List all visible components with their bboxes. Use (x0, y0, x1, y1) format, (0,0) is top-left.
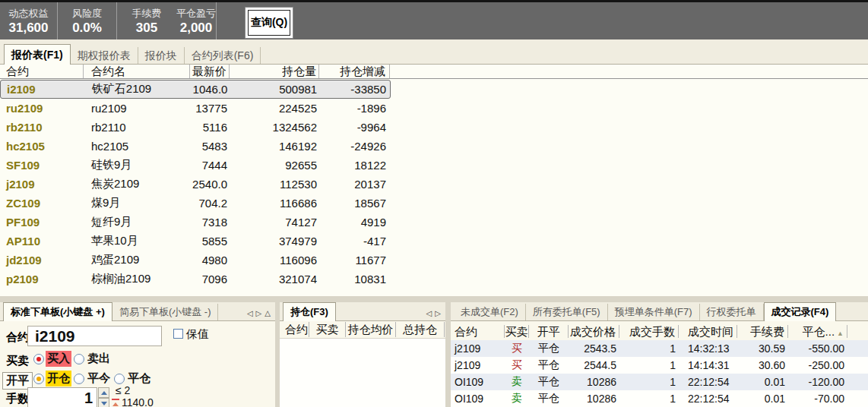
quote-tab[interactable]: 报价表(F1) (4, 44, 71, 65)
col-fee[interactable]: 手续费 (737, 325, 788, 338)
quote-cell-price: 5116 (190, 121, 230, 134)
trade-cell-qty: 1 (619, 376, 679, 388)
col-last-price[interactable]: 最新价 (190, 65, 230, 78)
trade-row[interactable]: j2109 买 平仓 2544.5 1 14:14:31 30.60 -250.… (451, 357, 868, 374)
col-side[interactable]: 买卖 (505, 325, 529, 338)
quote-cell-code: hc2105 (0, 140, 84, 153)
col-side[interactable]: 买卖 (309, 322, 346, 337)
quote-tab[interactable]: 报价块 (138, 47, 185, 64)
scroll-left-icon[interactable]: ◁ (426, 309, 432, 317)
scroll-right-icon[interactable]: ▷ (256, 309, 262, 317)
quote-cell-oi: 116096 (230, 254, 319, 267)
col-avg-price[interactable]: 持仓均价 (346, 322, 396, 337)
quote-cell-name: rb2110 (84, 121, 190, 134)
sort-asc-icon[interactable]: ▲ (837, 330, 844, 337)
col-contract[interactable]: 合约 (280, 322, 309, 337)
quote-row[interactable]: rb2110 rb2110 5116 1324562 -9964 (0, 118, 391, 137)
trade-side-cell: 买 (505, 358, 529, 372)
col-close-pnl[interactable]: 平仓...▲ (788, 325, 847, 338)
positions-table-body (280, 339, 445, 407)
account-fields: 动态权益 31,600 风险度 0.0% 手续费 305 平仓盈亏 2,000 (0, 2, 217, 39)
trade-row[interactable]: OI109 卖 平仓 10286 1 22:12:54 0.01 -120.00 (451, 374, 868, 390)
trade-cell-time: 14:32:13 (679, 342, 737, 355)
trade-side-cell: 卖 (505, 375, 529, 389)
quote-tab[interactable]: 期权报价表 (71, 47, 138, 64)
trade-cell-qty: 1 (619, 393, 679, 405)
side-option-label: 买入 (46, 351, 71, 367)
quote-cell-price: 4980 (190, 254, 230, 267)
scroll-left-icon[interactable]: ◁ (247, 309, 253, 317)
col-price[interactable]: 成交价格 (569, 325, 619, 338)
collapse-icon[interactable]: △ (265, 309, 271, 317)
offset-option[interactable]: 平今 (74, 371, 112, 386)
offset-option[interactable]: 开仓 (33, 371, 71, 386)
trade-cell-pnl: -550.00 (788, 342, 847, 355)
trade-cell-price: 10286 (569, 393, 619, 405)
quantity-label: 手数 (6, 392, 29, 406)
vertical-splitter-2[interactable] (445, 302, 451, 407)
quantity-input[interactable]: 1 (27, 387, 97, 407)
trade-tab[interactable]: 未成交单(F2) (454, 304, 526, 320)
col-contract-name[interactable]: 合约名 (84, 65, 190, 78)
trade-cell-qty: 1 (619, 359, 679, 371)
trade-row[interactable]: OI109 卖 平仓 10286 1 22:12:54 0.01 -70.00 (451, 390, 868, 407)
trade-side-cell: 卖 (505, 392, 529, 405)
trade-tab[interactable]: 所有委托单(F5) (526, 304, 608, 320)
quote-row[interactable]: j2109 焦炭2109 2540.0 112530 20137 (0, 175, 391, 194)
quote-tab[interactable]: 合约列表(F6) (185, 47, 261, 64)
quote-row[interactable]: PF109 短纤9月 7318 74127 4919 (0, 213, 391, 232)
contract-input[interactable]: i2109 (27, 326, 162, 346)
radio-icon (74, 374, 84, 384)
spin-up-button[interactable] (98, 387, 109, 398)
quote-cell-oi: 1324562 (230, 121, 319, 134)
side-option[interactable]: 卖出 (74, 351, 112, 367)
quantity-max-hint: ≤ 2 (116, 384, 130, 396)
horizontal-splitter[interactable] (0, 296, 868, 302)
trade-tab-label: 未成交单(F2) (461, 306, 518, 317)
quote-row[interactable]: hc2105 hc2105 5483 146192 -24926 (0, 137, 391, 156)
quote-cell-name: ru2109 (84, 102, 190, 115)
quote-row[interactable]: SF109 硅铁9月 7444 92655 18122 (0, 156, 391, 175)
trade-tab-label: 行权委托单 (707, 306, 756, 317)
radio-icon (33, 374, 44, 384)
quote-cell-name: 硅铁9月 (84, 158, 190, 172)
col-time[interactable]: 成交时间 (679, 325, 737, 338)
spin-down-button[interactable] (98, 398, 109, 407)
quote-row[interactable]: ru2109 ru2109 13775 224525 -1896 (0, 99, 391, 118)
tab-positions[interactable]: 持仓(F3) (283, 302, 336, 321)
trade-tab-label: 成交记录(F4) (771, 306, 829, 317)
trade-row[interactable]: j2109 买 平仓 2543.5 1 14:32:13 30.59 -550.… (451, 340, 868, 357)
quote-cell-oi-chg: 4919 (319, 216, 390, 229)
quote-cell-code: SF109 (0, 159, 84, 172)
trade-tab[interactable]: 成交记录(F4) (764, 302, 837, 321)
col-qty[interactable]: 成交手数 (619, 325, 679, 338)
query-button[interactable]: 查询(Q) (248, 10, 290, 36)
quote-row[interactable]: AP110 苹果10月 5855 374979 -417 (0, 232, 391, 251)
quote-cell-price: 2540.0 (190, 178, 230, 191)
quote-cell-oi-chg: -1896 (319, 102, 390, 115)
quote-row[interactable]: ZC109 煤9月 704.2 116686 18567 (0, 194, 391, 213)
trade-cell-fee: 30.60 (737, 359, 788, 371)
col-contract[interactable]: 合约 (0, 65, 84, 78)
col-contract[interactable]: 合约 (451, 325, 505, 338)
quote-cell-oi-chg: 10831 (319, 273, 390, 286)
col-offset[interactable]: 开平 (529, 325, 569, 338)
trade-tab[interactable]: 行权委托单 (700, 304, 764, 320)
quote-row[interactable]: jd2109 鸡蛋2109 4980 116096 11677 (0, 251, 391, 270)
account-field-label: 平仓盈亏 (176, 7, 216, 20)
side-option[interactable]: 买入 (33, 351, 71, 367)
quote-cell-name: 短纤9月 (84, 215, 190, 229)
quote-tab-label: 报价块 (145, 49, 177, 62)
col-open-interest[interactable]: 持仓量 (230, 65, 319, 78)
quote-row[interactable]: p2109 棕榈油2109 7096 321074 10831 (0, 270, 391, 289)
quote-row[interactable]: i2109 铁矿石2109 1046.0 500981 -33850 (0, 80, 391, 99)
scroll-right-icon[interactable]: ▷ (435, 309, 441, 317)
order-tab[interactable]: 标准下单板(小键盘 +) (3, 302, 112, 321)
col-total-pos[interactable]: 总持仓 (396, 322, 445, 337)
quote-tab-label: 报价表(F1) (11, 49, 63, 61)
quantity-stepper (98, 387, 109, 407)
col-oi-change[interactable]: 持仓增减 (319, 65, 390, 78)
order-tab[interactable]: 简易下单板(小键盘 -) (112, 304, 219, 320)
trade-tab[interactable]: 预埋单条件单(F7) (608, 304, 700, 320)
hedge-checkbox[interactable] (173, 329, 183, 339)
